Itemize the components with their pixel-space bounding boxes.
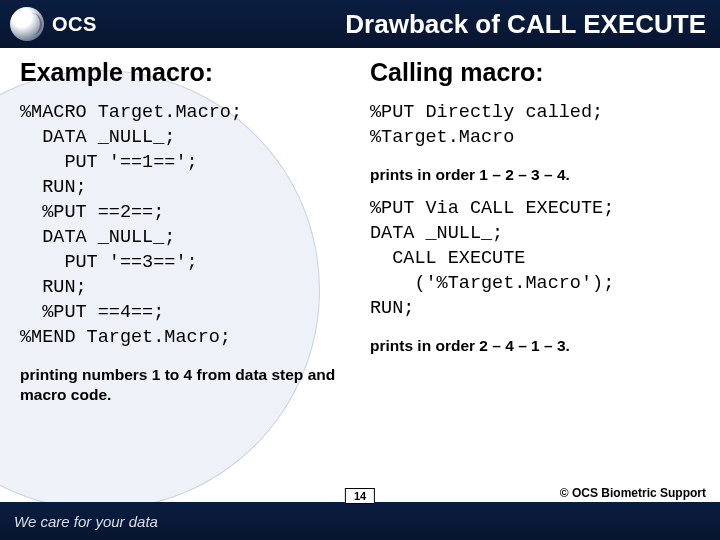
right-code-2: %PUT Via CALL EXECUTE; DATA _NULL_; CALL… bbox=[370, 197, 700, 322]
globe-icon bbox=[10, 7, 44, 41]
content-area: Example macro: %MACRO Target.Macro; DATA… bbox=[0, 48, 720, 405]
right-column: Calling macro: %PUT Directly called; %Ta… bbox=[370, 58, 700, 405]
right-code-1: %PUT Directly called; %Target.Macro bbox=[370, 101, 700, 151]
footer-bar: We care for your data bbox=[0, 502, 720, 540]
right-note-1: prints in order 1 – 2 – 3 – 4. bbox=[370, 165, 700, 185]
page-number-wrap: 14 bbox=[345, 488, 375, 504]
left-column: Example macro: %MACRO Target.Macro; DATA… bbox=[20, 58, 350, 405]
footer-tagline: We care for your data bbox=[14, 513, 158, 530]
page-number: 14 bbox=[345, 488, 375, 504]
right-note-2: prints in order 2 – 4 – 1 – 3. bbox=[370, 336, 700, 356]
header-bar: OCS Drawback of CALL EXECUTE bbox=[0, 0, 720, 48]
right-heading: Calling macro: bbox=[370, 58, 700, 87]
left-note: printing numbers 1 to 4 from data step a… bbox=[20, 365, 350, 405]
brand-logo: OCS bbox=[0, 7, 97, 41]
brand-text: OCS bbox=[52, 13, 97, 36]
slide-title: Drawback of CALL EXECUTE bbox=[345, 9, 706, 40]
copyright: © OCS Biometric Support bbox=[560, 486, 706, 500]
left-heading: Example macro: bbox=[20, 58, 350, 87]
left-code: %MACRO Target.Macro; DATA _NULL_; PUT '=… bbox=[20, 101, 350, 351]
